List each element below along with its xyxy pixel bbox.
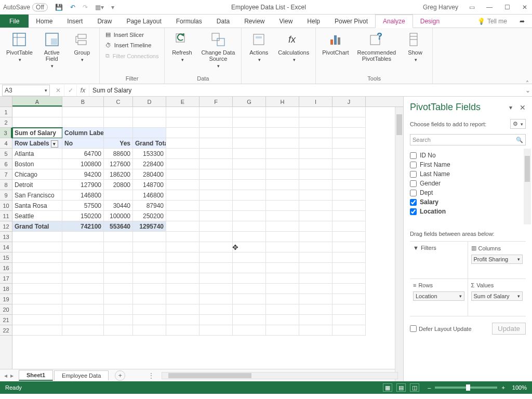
cell[interactable] — [233, 190, 266, 201]
cell[interactable] — [233, 211, 266, 221]
row-header[interactable]: 4 — [0, 138, 12, 149]
cell[interactable]: Atlanta — [12, 149, 62, 159]
row-header[interactable]: 7 — [0, 169, 12, 180]
cell[interactable] — [12, 284, 62, 294]
cell[interactable] — [200, 263, 233, 273]
cell[interactable] — [104, 263, 133, 273]
cell[interactable]: Sum of Salary — [12, 128, 62, 138]
cell[interactable] — [200, 107, 233, 117]
pane-close-icon[interactable]: ✕ — [520, 103, 526, 112]
cell[interactable]: Detroit — [12, 180, 62, 190]
enter-formula-icon[interactable]: ✓ — [64, 85, 77, 96]
cell[interactable] — [233, 107, 266, 117]
cell[interactable]: 186200 — [104, 169, 133, 180]
row-header[interactable]: 2 — [0, 117, 12, 128]
cell[interactable] — [200, 221, 233, 232]
field-item[interactable]: Location — [410, 207, 526, 216]
cell[interactable] — [233, 180, 266, 190]
cell[interactable] — [166, 159, 200, 169]
share-icon[interactable]: ➦ — [512, 15, 532, 28]
save-icon[interactable]: 💾 — [55, 4, 63, 11]
cell[interactable] — [233, 242, 266, 252]
cell[interactable] — [200, 273, 233, 284]
cell[interactable] — [12, 315, 62, 325]
close-icon[interactable]: ✕ — [521, 3, 529, 11]
collapse-ribbon-icon[interactable]: ˄ — [526, 80, 529, 87]
cell[interactable]: 150200 — [62, 211, 104, 221]
col-header-i[interactable]: I — [299, 97, 332, 107]
tab-view[interactable]: View — [272, 15, 300, 28]
cell[interactable] — [62, 325, 104, 336]
row-header[interactable]: 11 — [0, 211, 12, 221]
cell[interactable] — [166, 107, 200, 117]
cell[interactable] — [233, 294, 266, 304]
row-header[interactable]: 8 — [0, 180, 12, 190]
cell[interactable]: Chicago — [12, 169, 62, 180]
refresh-button[interactable]: Refresh▾ — [169, 30, 195, 63]
cell[interactable] — [266, 221, 299, 232]
cell[interactable] — [166, 169, 200, 180]
row-header[interactable]: 5 — [0, 149, 12, 159]
cell[interactable] — [104, 325, 133, 336]
cell[interactable] — [299, 273, 332, 284]
page-layout-view-icon[interactable]: ▤ — [396, 383, 406, 392]
cell[interactable] — [266, 138, 299, 149]
cell[interactable] — [266, 294, 299, 304]
cell[interactable] — [104, 128, 133, 138]
field-item[interactable]: ID No — [410, 151, 526, 160]
zoom-out-icon[interactable]: – — [428, 384, 431, 391]
cell[interactable] — [233, 232, 266, 242]
cell[interactable] — [166, 325, 200, 336]
cell[interactable] — [299, 128, 332, 138]
cell[interactable] — [12, 117, 62, 128]
cell[interactable] — [299, 117, 332, 128]
cell[interactable] — [233, 252, 266, 263]
cell[interactable] — [266, 117, 299, 128]
cell[interactable] — [266, 107, 299, 117]
show-button[interactable]: Show▾ — [402, 30, 428, 63]
field-checkbox[interactable] — [410, 171, 417, 178]
cell[interactable]: 146800 — [62, 190, 104, 201]
field-checkbox[interactable] — [410, 152, 417, 159]
cell[interactable] — [332, 232, 366, 242]
columns-area-item[interactable]: Profit Sharing▾ — [471, 255, 523, 264]
pivottable-button[interactable]: PivotTable▾ — [4, 30, 35, 63]
cell[interactable] — [266, 211, 299, 221]
cell[interactable] — [62, 107, 104, 117]
cell[interactable] — [266, 201, 299, 211]
cell[interactable]: 94200 — [62, 169, 104, 180]
formula-input[interactable]: Sum of Salary — [89, 87, 524, 94]
cell[interactable] — [166, 232, 200, 242]
cell[interactable] — [12, 325, 62, 336]
cell[interactable] — [332, 117, 366, 128]
cell[interactable] — [299, 284, 332, 294]
cell[interactable] — [299, 201, 332, 211]
cell[interactable] — [266, 232, 299, 242]
cell[interactable] — [233, 138, 266, 149]
cell[interactable] — [332, 263, 366, 273]
cell[interactable] — [104, 315, 133, 325]
zoom-in-icon[interactable]: + — [501, 384, 504, 391]
cell[interactable] — [332, 201, 366, 211]
row-header[interactable]: 14 — [0, 242, 12, 252]
cell[interactable]: 100000 — [104, 211, 133, 221]
maximize-icon[interactable]: ☐ — [503, 3, 511, 11]
undo-icon[interactable]: ↶ — [70, 4, 75, 11]
cell[interactable]: 553640 — [104, 221, 133, 232]
cell[interactable] — [166, 294, 200, 304]
name-box-dropdown-icon[interactable]: ▾ — [45, 88, 47, 93]
cell[interactable]: Grand Total — [12, 221, 62, 232]
cell[interactable] — [332, 273, 366, 284]
field-item[interactable]: Last Name — [410, 169, 526, 179]
rows-area[interactable]: ≡Rows Location▾ — [410, 279, 468, 316]
field-item[interactable]: Dept — [410, 188, 526, 197]
cell[interactable] — [133, 128, 166, 138]
cell[interactable] — [200, 242, 233, 252]
cell[interactable] — [332, 149, 366, 159]
tab-home[interactable]: Home — [29, 15, 60, 28]
cell[interactable] — [133, 242, 166, 252]
pane-dropdown-icon[interactable]: ▾ — [509, 104, 512, 111]
cell[interactable] — [166, 242, 200, 252]
cell[interactable] — [62, 232, 104, 242]
zoom-slider[interactable] — [435, 387, 497, 389]
